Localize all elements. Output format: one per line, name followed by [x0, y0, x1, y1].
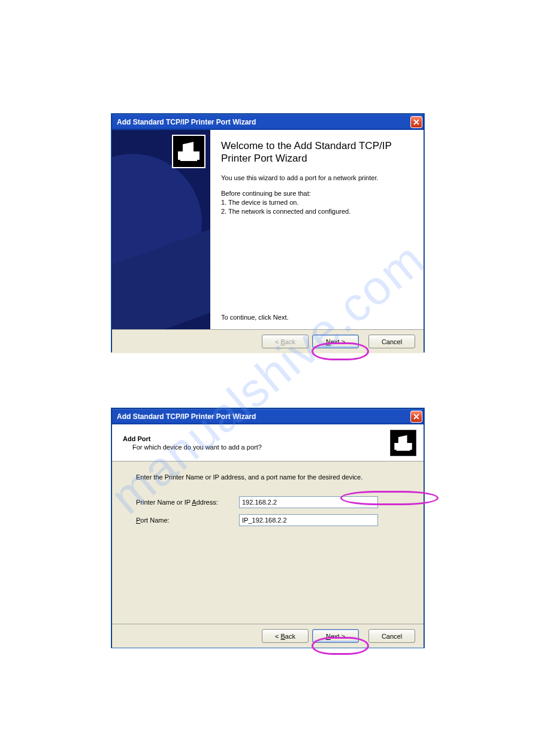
svg-rect-2: [394, 443, 412, 450]
wizard-heading: Welcome to the Add Standard TCP/IP Print…: [221, 139, 412, 165]
next-button[interactable]: Next >: [312, 629, 359, 643]
ip-address-input[interactable]: [239, 496, 378, 508]
svg-rect-0: [178, 151, 200, 160]
close-icon: [413, 119, 419, 125]
port-name-input[interactable]: [239, 514, 378, 526]
window-title: Add Standard TCP/IP Printer Port Wizard: [117, 412, 410, 421]
wizard-welcome-dialog: Add Standard TCP/IP Printer Port Wizard …: [111, 114, 424, 352]
precond-header: Before continuing be sure that:: [221, 189, 412, 198]
page-subtitle: For which device do you want to add a po…: [123, 444, 390, 451]
wizard-content: Welcome to the Add Standard TCP/IP Print…: [210, 130, 424, 329]
close-icon: [413, 414, 419, 420]
printer-port-icon: [172, 135, 205, 168]
printer-port-icon: [390, 430, 416, 456]
dialog-body: Enter the Printer Name or IP address, an…: [112, 462, 424, 624]
button-bar: < Back Next > Cancel: [112, 329, 424, 353]
wizard-intro-text: You use this wizard to add a port for a …: [221, 174, 412, 183]
ip-address-label: Printer Name or IP Address:: [136, 499, 239, 506]
instruction-text: Enter the Printer Name or IP address, an…: [136, 473, 400, 481]
svg-rect-3: [397, 448, 410, 450]
cancel-button[interactable]: Cancel: [368, 629, 415, 643]
precond-item-1: 1. The device is turned on.: [221, 198, 412, 207]
precond-item-2: 2. The network is connected and configur…: [221, 207, 412, 216]
cancel-button[interactable]: Cancel: [368, 335, 415, 348]
port-name-label: Port Name:: [136, 517, 239, 524]
wizard-page-header: Add Port For which device do you want to…: [112, 424, 424, 462]
continue-hint: To continue, click Next.: [221, 314, 412, 321]
titlebar: Add Standard TCP/IP Printer Port Wizard: [112, 114, 424, 130]
next-button[interactable]: Next >: [312, 335, 359, 348]
close-button[interactable]: [410, 116, 422, 128]
wizard-side-graphic: [112, 130, 210, 329]
page-title: Add Port: [123, 435, 390, 442]
back-button: < Back: [262, 335, 309, 348]
button-bar: < Back Next > Cancel: [112, 624, 424, 648]
back-button[interactable]: < Back: [262, 629, 309, 643]
close-button[interactable]: [410, 411, 422, 423]
titlebar: Add Standard TCP/IP Printer Port Wizard: [112, 409, 424, 424]
dialog-body: Welcome to the Add Standard TCP/IP Print…: [112, 130, 424, 329]
wizard-preconditions: Before continuing be sure that: 1. The d…: [221, 189, 412, 216]
wizard-addport-dialog: Add Standard TCP/IP Printer Port Wizard …: [111, 408, 424, 648]
window-title: Add Standard TCP/IP Printer Port Wizard: [117, 118, 410, 126]
svg-rect-1: [180, 159, 197, 161]
